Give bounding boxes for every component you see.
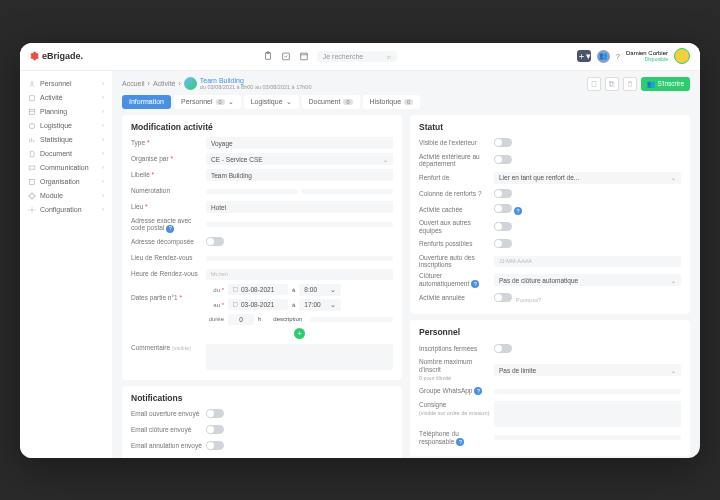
svg-point-5 <box>31 81 33 83</box>
inscriptions-fermees-toggle[interactable] <box>494 344 512 353</box>
renforts-possibles-toggle[interactable] <box>494 239 512 248</box>
svg-rect-15 <box>233 288 238 292</box>
card-personnel: Personnel Inscriptions fermées Nombre ma… <box>410 320 690 455</box>
exterieur-toggle[interactable] <box>494 155 512 164</box>
tab-document[interactable]: Document0 <box>302 95 360 109</box>
page-title: Team Building <box>200 77 312 84</box>
sidebar-item-organisation[interactable]: Organisation› <box>20 175 112 189</box>
svg-rect-14 <box>611 82 614 86</box>
whatsapp-input[interactable] <box>494 389 681 394</box>
time-to-select[interactable]: 17:00⌄ <box>299 299 341 311</box>
signup-button[interactable]: 👥S'inscrire <box>641 77 690 91</box>
card-notifications: Notifications Email ouverture envoyé Ema… <box>122 386 402 458</box>
avatar[interactable] <box>674 48 690 64</box>
card-statut: Statut Visible de l'extérieur Activité e… <box>410 115 690 315</box>
type-select[interactable]: Voyage <box>206 137 393 149</box>
help-icon[interactable]: ? <box>616 52 620 61</box>
notifications-icon[interactable]: 👥 <box>597 50 610 63</box>
numerotation-input-2[interactable] <box>301 189 393 194</box>
ouvert-toggle[interactable] <box>494 222 512 231</box>
svg-point-9 <box>29 123 34 128</box>
date-from-input[interactable]: 03-08-2021 <box>228 284 288 295</box>
user-menu[interactable]: Damien Corbier Disponible <box>626 50 668 62</box>
add-button[interactable]: ＋▾ <box>577 50 591 62</box>
card-modification: Modification activité Type *Voyage Organ… <box>122 115 402 380</box>
svg-rect-10 <box>30 179 35 184</box>
cloture-select[interactable]: Pas de clôture automatique⌄ <box>494 274 681 286</box>
sidebar-item-document[interactable]: Document› <box>20 147 112 161</box>
email-annulation-toggle[interactable] <box>206 441 224 450</box>
max-inscrit-select[interactable]: Pas de limite⌄ <box>494 364 681 376</box>
sidebar: Personnel› Activité› Planning› Logistiqu… <box>20 71 112 458</box>
svg-rect-12 <box>592 81 596 86</box>
telephone-input[interactable] <box>494 435 681 440</box>
duree-input[interactable]: 0 <box>228 314 254 325</box>
topbar: ✽ eeBrigadeBrigade. Je recherche ⌕ ＋▾ 👥 … <box>20 43 700 71</box>
auto-open-input[interactable]: JJ-MM-AAAA <box>494 256 681 267</box>
tab-information[interactable]: Information <box>122 95 171 109</box>
help-icon[interactable]: ? <box>456 438 464 446</box>
libelle-input[interactable]: Team Building <box>206 169 393 181</box>
numerotation-input-1[interactable] <box>206 189 298 194</box>
clipboard-icon[interactable] <box>263 51 273 61</box>
svg-point-11 <box>31 209 33 211</box>
copy-icon-button[interactable] <box>605 77 619 91</box>
email-cloture-toggle[interactable] <box>206 425 224 434</box>
card-title: Statut <box>419 122 681 132</box>
add-date-button[interactable]: + <box>294 328 305 339</box>
sidebar-item-statistique[interactable]: Statistique› <box>20 133 112 147</box>
calendar-check-icon[interactable] <box>281 51 291 61</box>
consigne-textarea[interactable] <box>494 401 681 427</box>
time-from-select[interactable]: 8:00⌄ <box>299 284 341 296</box>
email-ouverture-toggle[interactable] <box>206 409 224 418</box>
organised-by-select[interactable]: CE - Service CSE⌄ <box>206 153 393 165</box>
tab-historique[interactable]: Historique0 <box>363 95 421 109</box>
description-input[interactable] <box>310 317 393 322</box>
adresse-decomposee-toggle[interactable] <box>206 237 224 246</box>
delete-icon-button[interactable] <box>623 77 637 91</box>
date-to-input[interactable]: 03-08-2021 <box>228 299 288 310</box>
logo-icon: ✽ <box>30 50 39 63</box>
svg-rect-3 <box>300 53 307 60</box>
sidebar-item-module[interactable]: Module› <box>20 189 112 203</box>
lieu-input[interactable]: Hotel <box>206 201 393 213</box>
annulee-toggle[interactable] <box>494 293 512 302</box>
search-icon: ⌕ <box>387 53 391 60</box>
svg-rect-7 <box>29 109 34 114</box>
sidebar-item-communication[interactable]: Communication› <box>20 161 112 175</box>
calendar-icon[interactable] <box>299 51 309 61</box>
logo-text: eeBrigadeBrigade. <box>42 51 83 61</box>
commentaire-textarea[interactable] <box>206 344 393 370</box>
heure-rdv-input[interactable]: hh:mm <box>206 269 393 280</box>
doc-icon-button[interactable] <box>587 77 601 91</box>
breadcrumb: Accueil› Activité› Team Building du 03/0… <box>122 77 311 90</box>
help-icon[interactable]: ? <box>471 280 479 288</box>
tabs: Information Personnel0⌄ Logistique⌄ Docu… <box>122 95 690 109</box>
cachee-toggle[interactable] <box>494 204 512 213</box>
adresse-input[interactable] <box>206 222 393 227</box>
svg-rect-13 <box>610 81 613 85</box>
tab-logistique[interactable]: Logistique⌄ <box>244 95 299 109</box>
rdv-input[interactable] <box>206 256 393 261</box>
sidebar-item-planning[interactable]: Planning› <box>20 105 112 119</box>
help-icon[interactable]: ? <box>474 387 482 395</box>
sidebar-item-personnel[interactable]: Personnel› <box>20 77 112 91</box>
activity-avatar <box>184 77 197 90</box>
card-title: Personnel <box>419 327 681 337</box>
renfort-select[interactable]: Lier en tant que renfort de...⌄ <box>494 172 681 184</box>
help-icon[interactable]: ? <box>166 225 174 233</box>
search-input[interactable]: Je recherche ⌕ <box>317 51 397 62</box>
visible-toggle[interactable] <box>494 138 512 147</box>
app-logo[interactable]: ✽ eeBrigadeBrigade. <box>30 50 83 63</box>
sidebar-item-logistique[interactable]: Logistique› <box>20 119 112 133</box>
sidebar-item-activite[interactable]: Activité› <box>20 91 112 105</box>
svg-rect-6 <box>29 95 34 100</box>
help-icon[interactable]: ? <box>514 207 522 215</box>
svg-rect-16 <box>233 303 238 307</box>
card-title: Modification activité <box>131 122 393 132</box>
card-title: Notifications <box>131 393 393 403</box>
colonne-toggle[interactable] <box>494 189 512 198</box>
sidebar-item-configuration[interactable]: Configuration› <box>20 203 112 217</box>
tab-personnel[interactable]: Personnel0⌄ <box>174 95 241 109</box>
